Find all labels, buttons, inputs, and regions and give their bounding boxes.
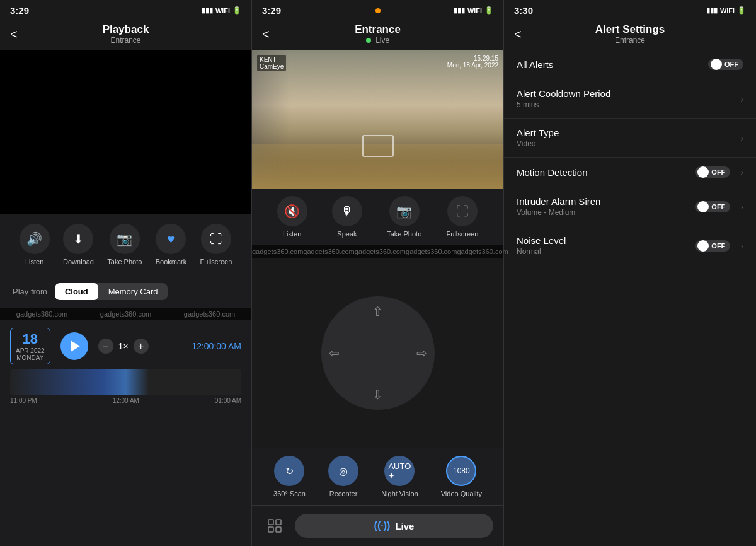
- status-icons-playback: ▮▮▮ WiFi 🔋: [202, 6, 241, 15]
- ptz-left-button[interactable]: ⇦: [329, 346, 340, 361]
- motion-detection-toggle[interactable]: OFF: [695, 166, 730, 178]
- video-quality-button[interactable]: 1080 Video Quality: [441, 456, 482, 497]
- recenter-icon: ◎: [328, 456, 358, 486]
- back-button-live[interactable]: <: [262, 27, 270, 42]
- signal-icon-alerts: ▮▮▮: [706, 6, 718, 15]
- intruder-alarm-toggle[interactable]: OFF: [695, 201, 730, 212]
- timeline-bar[interactable]: [10, 369, 241, 395]
- all-alerts-toggle[interactable]: OFF: [708, 59, 743, 70]
- ptz-down-button[interactable]: ⇩: [372, 387, 383, 402]
- speed-control: − 1× +: [98, 339, 149, 354]
- take-photo-label-live: Take Photo: [387, 230, 421, 238]
- noise-toggle-wrapper: OFF ›: [695, 240, 743, 252]
- alerts-panel: 3:30 ▮▮▮ WiFi 🔋 < Alert Settings Entranc…: [504, 0, 756, 546]
- ptz-section: ⇧ ⇩ ⇦ ⇨: [252, 258, 503, 448]
- recenter-button[interactable]: ◎ Recenter: [328, 456, 358, 497]
- listen-icon: 🔊: [20, 224, 50, 254]
- motion-detection-chevron-icon: ›: [740, 167, 743, 177]
- wifi-icon-pb: WiFi: [215, 7, 230, 15]
- noise-level-item[interactable]: Noise Level Normal OFF ›: [504, 226, 756, 265]
- timeline-section: 18 APR 2022 MONDAY − 1× + 12:00:00 AM 11…: [0, 320, 251, 546]
- cooldown-sub: 5 mins: [517, 100, 735, 109]
- intruder-alarm-item[interactable]: Intruder Alarm Siren Volume - Medium OFF…: [504, 187, 756, 226]
- bottom-nav-live: ((·)) Live: [252, 505, 503, 546]
- mute-button[interactable]: 🔇 Listen: [277, 196, 307, 238]
- date-box[interactable]: 18 APR 2022 MONDAY: [10, 328, 50, 364]
- intruder-alarm-toggle-label: OFF: [711, 203, 725, 211]
- ptz-up-button[interactable]: ⇧: [372, 304, 383, 319]
- motion-detection-item[interactable]: Motion Detection OFF ›: [504, 158, 756, 187]
- fullscreen-button-pb[interactable]: ⛶ Fullscreen: [200, 224, 232, 265]
- nav-sub-title-alerts: Entrance: [595, 36, 665, 45]
- nav-bar-alerts: < Alert Settings Entrance: [504, 18, 756, 50]
- playback-panel: 3:29 ▮▮▮ WiFi 🔋 < Playback Entrance 🔊 Li…: [0, 0, 252, 546]
- date-month: APR 2022: [16, 347, 45, 354]
- wm-live-3: gadgets360.com: [355, 248, 406, 255]
- take-photo-button-live[interactable]: 📷 Take Photo: [387, 196, 421, 238]
- ptz-circle[interactable]: ⇧ ⇩ ⇦ ⇨: [321, 296, 435, 410]
- live-controls-row: 🔇 Listen 🎙 Speak 📷 Take Photo ⛶ Fullscre…: [252, 189, 503, 245]
- cooldown-item[interactable]: Alert Cooldown Period 5 mins ›: [504, 79, 756, 119]
- all-alerts-item[interactable]: All Alerts OFF: [504, 50, 756, 79]
- noise-level-sub: Normal: [517, 247, 695, 256]
- memory-card-option[interactable]: Memory Card: [98, 283, 168, 300]
- back-button-alerts[interactable]: <: [514, 27, 522, 42]
- live-pill-button[interactable]: ((·)) Live: [295, 514, 493, 538]
- status-icons-alerts: ▮▮▮ WiFi 🔋: [706, 6, 746, 15]
- download-button[interactable]: ⬇ Download: [63, 224, 94, 265]
- orange-dot-icon: [375, 8, 381, 13]
- date-number: 18: [16, 331, 45, 347]
- night-vision-icon: AUTO✦: [384, 456, 415, 486]
- fullscreen-button-live[interactable]: ⛶ Fullscreen: [447, 196, 479, 238]
- 360-scan-button[interactable]: ↻ 360° Scan: [273, 456, 306, 497]
- heart-icon: ♥: [156, 224, 186, 254]
- all-alerts-toggle-label: OFF: [724, 61, 738, 68]
- listen-label-live: Listen: [283, 230, 301, 238]
- motion-detection-title: Motion Detection: [517, 167, 695, 178]
- camera-icon-live: 📷: [389, 196, 420, 226]
- cooldown-content: Alert Cooldown Period 5 mins: [517, 88, 735, 109]
- wifi-icon-alerts: WiFi: [720, 7, 735, 15]
- back-button-playback[interactable]: <: [10, 27, 18, 42]
- feed-date: Mon, 18 Apr, 2022: [447, 62, 498, 69]
- signal-icon: ▮▮▮: [202, 6, 213, 15]
- date-playback-row: 18 APR 2022 MONDAY − 1× + 12:00:00 AM: [10, 328, 241, 364]
- settings-list: All Alerts OFF Alert Cooldown Period 5 m…: [504, 50, 756, 546]
- nav-main-title-live: Entrance: [355, 23, 401, 36]
- feed-time: 15:29:15: [474, 55, 498, 62]
- watermark-3: gadgets360.com: [184, 310, 235, 318]
- noise-level-toggle[interactable]: OFF: [695, 240, 730, 252]
- take-photo-button-pb[interactable]: 📷 Take Photo: [107, 224, 142, 265]
- video-quality-label: Video Quality: [441, 490, 482, 497]
- fullscreen-icon-pb: ⛶: [201, 224, 231, 254]
- listen-label: Listen: [25, 258, 43, 265]
- noise-level-title: Noise Level: [517, 235, 695, 246]
- play-button-large[interactable]: [60, 332, 88, 360]
- play-triangle-icon: [71, 340, 80, 352]
- timeline-labels: 11:00 PM 12:00 AM 01:00 AM: [10, 397, 241, 404]
- alert-type-content: Alert Type Video: [517, 127, 735, 148]
- listen-button[interactable]: 🔊 Listen: [20, 224, 50, 265]
- night-vision-button[interactable]: AUTO✦ Night Vision: [381, 456, 418, 497]
- fullscreen-label-pb: Fullscreen: [200, 258, 232, 265]
- signal-icon-live: ▮▮▮: [454, 6, 465, 15]
- mic-mute-icon: 🎙: [332, 196, 362, 226]
- grid-view-button[interactable]: [262, 513, 287, 538]
- speed-increase-button[interactable]: +: [134, 339, 149, 354]
- alert-type-title: Alert Type: [517, 127, 735, 138]
- download-label: Download: [63, 258, 94, 265]
- timeline-label-11pm: 11:00 PM: [10, 397, 37, 404]
- bookmark-button[interactable]: ♥ Bookmark: [156, 224, 187, 265]
- sub-brand-text: CamEye: [260, 63, 284, 70]
- motion-detection-content: Motion Detection: [517, 167, 695, 178]
- speak-button[interactable]: 🎙 Speak: [332, 196, 362, 238]
- wm-live-4: gadgets360.com: [406, 248, 457, 255]
- all-alerts-title: All Alerts: [517, 59, 708, 70]
- alert-type-item[interactable]: Alert Type Video ›: [504, 119, 756, 158]
- nav-bar-live: < Entrance Live: [252, 18, 503, 50]
- ptz-right-button[interactable]: ⇨: [416, 346, 427, 361]
- source-segmented-control[interactable]: Cloud Memory Card: [55, 283, 168, 300]
- speed-decrease-button[interactable]: −: [98, 339, 113, 354]
- camera-preview-playback: [0, 50, 251, 214]
- cloud-option[interactable]: Cloud: [55, 283, 98, 300]
